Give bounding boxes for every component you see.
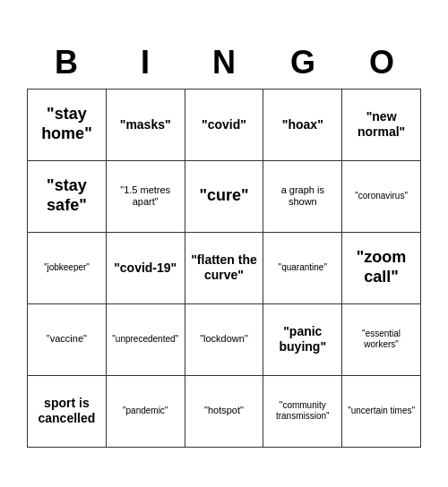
bingo-cell: "uncertain times" — [342, 376, 421, 448]
bingo-cell: "masks" — [107, 90, 185, 161]
cell-text: "community transmission" — [267, 400, 338, 422]
cell-text: "panic buying" — [267, 324, 338, 355]
bingo-cell: "essential workers" — [342, 304, 421, 376]
bingo-cell: "panic buying" — [263, 304, 342, 376]
bingo-cell: "unprecedented" — [107, 304, 185, 376]
bingo-cell: "quarantine" — [263, 233, 342, 304]
bingo-cell: "hotspot" — [185, 376, 264, 448]
bingo-cell: "coronavirus" — [342, 161, 421, 233]
bingo-grid: "stay home""masks""covid""hoax""new norm… — [27, 89, 421, 448]
bingo-cell: "new normal" — [342, 90, 421, 161]
bingo-cell: "vaccine" — [28, 304, 107, 376]
cell-text: "coronavirus" — [355, 191, 408, 201]
header-letter: G — [263, 40, 342, 85]
bingo-cell: "jobkeeper" — [28, 233, 107, 304]
bingo-cell: "community transmission" — [263, 376, 342, 448]
bingo-header: BINGO — [27, 40, 421, 85]
cell-text: "flatten the curve" — [189, 252, 260, 283]
cell-text: "hotspot" — [204, 405, 244, 416]
cell-text: "hoax" — [282, 117, 323, 132]
cell-text: "unprecedented" — [112, 334, 178, 345]
cell-text: "1.5 metres apart" — [110, 184, 181, 208]
cell-text: "pandemic" — [123, 406, 168, 416]
cell-text: a graph is shown — [267, 184, 338, 208]
cell-text: "uncertain times" — [348, 406, 415, 416]
cell-text: "masks" — [120, 117, 171, 132]
cell-text: "lockdown" — [200, 333, 248, 345]
cell-text: sport is cancelled — [31, 396, 102, 426]
cell-text: "cure" — [199, 186, 248, 206]
cell-text: "covid" — [202, 117, 246, 132]
bingo-cell: "stay safe" — [28, 161, 107, 233]
bingo-cell: "zoom call" — [342, 233, 421, 304]
cell-text: "covid-19" — [114, 261, 177, 276]
bingo-cell: "pandemic" — [107, 376, 185, 448]
bingo-cell: "1.5 metres apart" — [107, 161, 185, 233]
cell-text: "quarantine" — [279, 262, 327, 273]
cell-text: "new normal" — [346, 109, 417, 140]
cell-text: "vaccine" — [47, 333, 87, 345]
bingo-cell: "stay home" — [28, 90, 107, 161]
bingo-cell: "covid" — [185, 90, 264, 161]
cell-text: "stay safe" — [31, 176, 102, 215]
cell-text: "zoom call" — [346, 248, 417, 286]
cell-text: "jobkeeper" — [44, 262, 90, 273]
bingo-cell: a graph is shown — [263, 161, 342, 233]
bingo-card: BINGO "stay home""masks""covid""hoax""ne… — [18, 31, 430, 457]
header-letter: N — [185, 40, 263, 85]
bingo-cell: "covid-19" — [107, 233, 185, 304]
bingo-cell: sport is cancelled — [28, 376, 107, 448]
header-letter: O — [342, 40, 421, 85]
bingo-cell: "cure" — [185, 161, 264, 233]
cell-text: "stay home" — [31, 105, 102, 143]
header-letter: I — [106, 40, 185, 85]
cell-text: "essential workers" — [346, 329, 417, 350]
bingo-cell: "hoax" — [263, 90, 342, 161]
header-letter: B — [27, 40, 106, 85]
bingo-cell: "flatten the curve" — [185, 233, 264, 304]
bingo-cell: "lockdown" — [185, 304, 264, 376]
